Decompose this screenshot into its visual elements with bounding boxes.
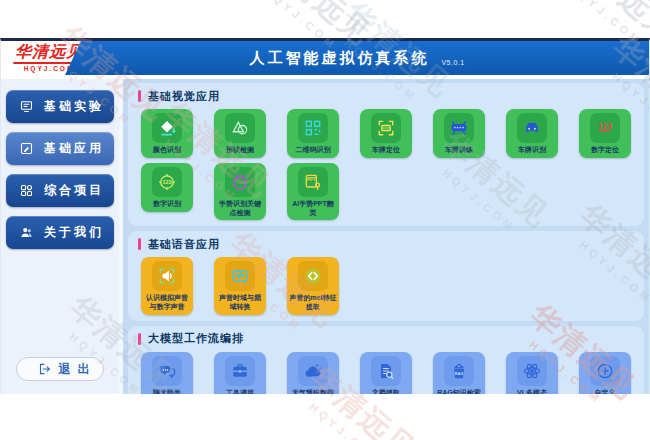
section-basic-vision: 基础视觉应用颜色识别形状检测二维码识别车牌定位车牌训练车牌识别123数字定位12…: [128, 83, 644, 226]
app-tile-rag[interactable]: RAGRAG知识检索: [433, 352, 485, 394]
mel-extract-icon: [298, 261, 328, 291]
sidebar-item-basic-experiment[interactable]: 基础实验: [6, 90, 114, 123]
toolbox-icon: [225, 356, 255, 386]
sidebar-item-projects[interactable]: 综合项目: [6, 174, 114, 207]
sidebar-item-label: 关于我们: [44, 224, 104, 241]
qrcode-icon: [298, 113, 328, 143]
app-tile-speaker[interactable]: 认识模拟声音与数字声音: [141, 257, 193, 315]
page-title: 人工智能虚拟仿真系统: [249, 49, 429, 68]
section-title: 大模型工作流编排: [148, 331, 244, 346]
app-tile-label: 工具调用: [226, 389, 254, 394]
content-area: 基础实验基础应用综合项目关于我们 退出 基础视觉应用颜色识别形状检测二维码识别车…: [1, 77, 649, 394]
app-tile-label: 天气预报智能体: [289, 389, 337, 394]
section-llm-workflow: 大模型工作流编排聊天助手工具调用天气预报智能体文档提取RAGRAG知识检索VL多…: [128, 326, 644, 394]
app-tile-weather[interactable]: 天气预报智能体: [287, 352, 339, 394]
section-marker: [138, 238, 141, 250]
app-tile-label: 数字定位: [591, 146, 619, 155]
app-tile-color-recognition[interactable]: 颜色识别: [141, 109, 193, 158]
digit-locate-icon: 123: [590, 113, 620, 143]
app-tile-label: 声音时域与频域转换: [216, 294, 264, 312]
color-recognition-icon: [152, 113, 182, 143]
section-marker: [138, 333, 141, 345]
logout-icon: [37, 362, 52, 377]
waveform-icon: [225, 261, 255, 291]
header-banner: 人工智能虚拟仿真系统 V5.0.1: [65, 41, 649, 75]
svg-text:123: 123: [162, 179, 171, 185]
exit-button[interactable]: 退出: [16, 357, 104, 381]
sidebar-item-label: 基础应用: [44, 140, 104, 157]
hand-keypoint-icon: [225, 167, 255, 197]
app-tile-toolbox[interactable]: 工具调用: [214, 352, 266, 394]
app-tile-label: 数字识别: [153, 200, 181, 209]
app-tile-label: 车牌定位: [372, 146, 400, 155]
exit-button-label: 退出: [59, 361, 97, 378]
svg-text:123: 123: [598, 121, 612, 131]
app-tile-chat[interactable]: 聊天助手: [141, 352, 193, 394]
app-tile-label: 手势识别关键点检测: [216, 200, 264, 218]
plate-train-icon: [444, 113, 474, 143]
svg-text:RAG: RAG: [455, 372, 464, 376]
app-tile-label: 形状检测: [226, 146, 254, 155]
rag-icon: RAG: [444, 356, 474, 386]
app-window: 华清远见 HQYJ.COM 人工智能虚拟仿真系统 V5.0.1 基础实验基础应用…: [0, 38, 650, 394]
projects-icon: [19, 183, 34, 198]
section-title: 基础视觉应用: [148, 89, 220, 104]
section-header: 基础语音应用: [138, 237, 634, 251]
app-tile-doc-extract[interactable]: 文档提取: [360, 352, 412, 394]
app-tile-label: 文档提取: [372, 389, 400, 394]
app-tile-atom[interactable]: VL多模态: [506, 352, 558, 394]
app-tile-label: 声音的mel特征提取: [289, 294, 337, 312]
shape-detection-icon: [225, 113, 255, 143]
title-bar: 华清远见 HQYJ.COM 人工智能虚拟仿真系统 V5.0.1: [1, 41, 649, 77]
app-tile-shape-detection[interactable]: 形状检测: [214, 109, 266, 158]
about-icon: [19, 225, 34, 240]
app-tile-digit-locate[interactable]: 123数字定位: [579, 109, 631, 158]
ppt-gesture-icon: PPT: [298, 167, 328, 197]
app-tile-label: 颜色识别: [153, 146, 181, 155]
experiment-icon: [19, 99, 34, 114]
tile-grid: 认识模拟声音与数字声音声音时域与频域转换声音的mel特征提取: [141, 257, 634, 315]
sidebar-item-label: 基础实验: [44, 98, 104, 115]
app-tile-digit-recognition[interactable]: 123数字识别: [141, 163, 193, 212]
app-tile-label: VL多模态: [517, 389, 547, 394]
version-label: V5.0.1: [441, 59, 464, 66]
app-tile-label: 车牌识别: [518, 146, 546, 155]
svg-text:PPT: PPT: [307, 177, 316, 182]
chat-icon: [152, 356, 182, 386]
speaker-icon: [152, 261, 182, 291]
app-tile-label: 自定义: [595, 389, 616, 394]
digit-recognition-icon: 123: [152, 167, 182, 197]
plus-icon: [590, 356, 620, 386]
main-panel: 基础视觉应用颜色识别形状检测二维码识别车牌定位车牌训练车牌识别123数字定位12…: [119, 79, 649, 394]
app-tile-label: 聊天助手: [153, 389, 181, 394]
sidebar-item-about-us[interactable]: 关于我们: [6, 216, 114, 249]
app-tile-plate-locate[interactable]: 车牌定位: [360, 109, 412, 158]
app-tile-car[interactable]: 车牌识别: [506, 109, 558, 158]
app-tile-label: RAG知识检索: [437, 389, 481, 394]
sidebar-menu: 基础实验基础应用综合项目关于我们: [1, 90, 119, 258]
app-tile-label: 二维码识别: [296, 146, 331, 155]
atom-icon: [517, 356, 547, 386]
app-tile-ppt-gesture[interactable]: PPTAI手势PPT翻页: [287, 163, 339, 221]
app-tile-qrcode[interactable]: 二维码识别: [287, 109, 339, 158]
app-tile-plus[interactable]: 自定义: [579, 352, 631, 394]
sidebar: 基础实验基础应用综合项目关于我们 退出: [1, 79, 119, 394]
tile-grid: 颜色识别形状检测二维码识别车牌定位车牌训练车牌识别123数字定位123数字识别手…: [141, 109, 634, 220]
plate-locate-icon: [371, 113, 401, 143]
sidebar-item-label: 综合项目: [44, 182, 104, 199]
app-tile-plate-train[interactable]: 车牌训练: [433, 109, 485, 158]
app-tile-hand-keypoint[interactable]: 手势识别关键点检测: [214, 163, 266, 221]
app-tile-label: 车牌训练: [445, 146, 473, 155]
section-marker: [138, 90, 141, 102]
apps-icon: [19, 141, 34, 156]
section-title: 基础语音应用: [148, 237, 220, 252]
doc-extract-icon: [371, 356, 401, 386]
weather-icon: [298, 356, 328, 386]
section-header: 基础视觉应用: [138, 89, 634, 103]
sidebar-item-basic-apps[interactable]: 基础应用: [6, 132, 114, 165]
app-tile-label: AI手势PPT翻页: [289, 200, 337, 218]
section-basic-voice: 基础语音应用认识模拟声音与数字声音声音时域与频域转换声音的mel特征提取: [128, 231, 644, 321]
app-tile-mel-extract[interactable]: 声音的mel特征提取: [287, 257, 339, 315]
app-tile-waveform[interactable]: 声音时域与频域转换: [214, 257, 266, 315]
tile-grid: 聊天助手工具调用天气预报智能体文档提取RAGRAG知识检索VL多模态自定义: [141, 352, 634, 394]
